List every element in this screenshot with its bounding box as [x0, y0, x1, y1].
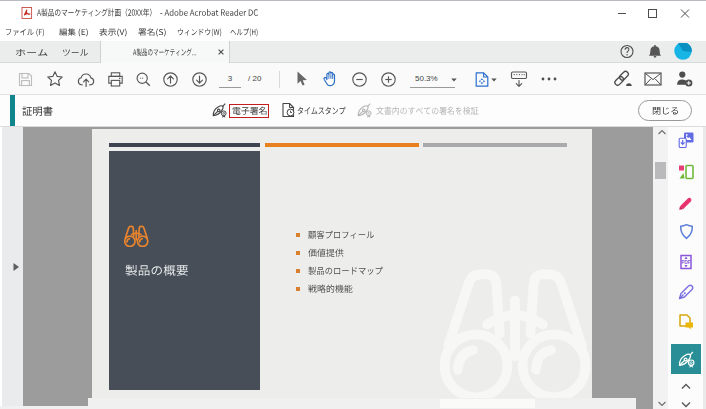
svg-text:PDF: PDF [681, 260, 690, 265]
